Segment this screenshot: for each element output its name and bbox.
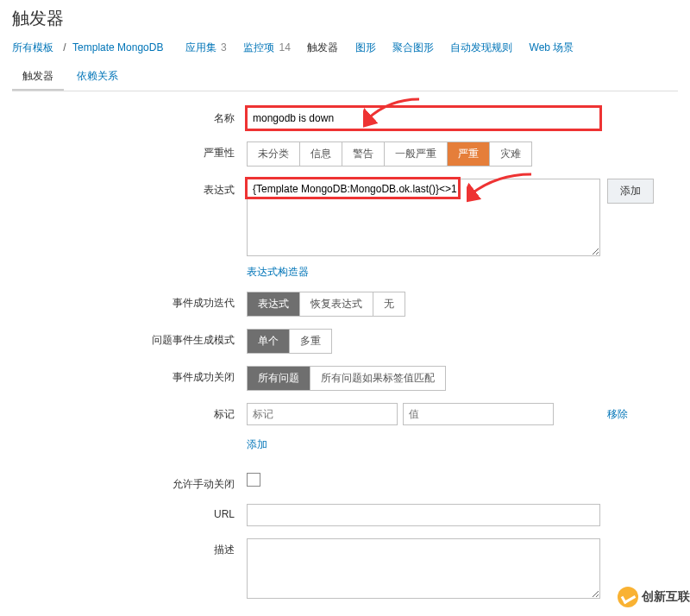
expression-builder-link[interactable]: 表达式构造器 — [247, 266, 309, 278]
severity-average[interactable]: 一般严重 — [385, 142, 448, 166]
tag-remove-link[interactable]: 移除 — [607, 407, 628, 422]
tag-name-input[interactable] — [247, 403, 398, 425]
event-gen-expression[interactable]: 表达式 — [248, 292, 300, 316]
nav-items[interactable]: 监控项 14 — [243, 41, 291, 53]
tag-add-link[interactable]: 添加 — [247, 438, 267, 450]
problem-mode-multiple[interactable]: 多重 — [290, 330, 331, 353]
tab-trigger[interactable]: 触发器 — [12, 64, 64, 91]
label-name: 名称 — [12, 107, 247, 126]
label-description: 描述 — [12, 538, 247, 557]
event-gen-none[interactable]: 无 — [373, 292, 405, 316]
watermark-icon — [618, 587, 638, 607]
breadcrumb: 所有模板 / Template MongoDB 应用集 3 监控项 14 触发器… — [0, 41, 690, 64]
label-event-gen: 事件成功迭代 — [12, 292, 247, 311]
breadcrumb-template[interactable]: Template MongoDB — [72, 41, 163, 53]
label-expression: 表达式 — [12, 179, 247, 198]
nav-discovery[interactable]: 自动发现规则 — [450, 41, 512, 53]
description-textarea[interactable] — [247, 538, 600, 599]
divider — [12, 91, 678, 91]
ok-close-all[interactable]: 所有问题 — [248, 367, 310, 390]
label-severity: 严重性 — [12, 141, 247, 160]
label-ok-close: 事件成功关闭 — [12, 366, 247, 385]
problem-mode-group: 单个 多重 — [247, 329, 332, 354]
severity-high[interactable]: 严重 — [448, 142, 490, 166]
problem-mode-single[interactable]: 单个 — [248, 330, 290, 353]
annotation-arrow — [467, 170, 536, 204]
label-problem-mode: 问题事件生成模式 — [12, 329, 247, 348]
label-manual-close: 允许手动关闭 — [12, 473, 247, 492]
breadcrumb-all-templates[interactable]: 所有模板 — [12, 41, 53, 53]
label-url: URL — [12, 504, 247, 520]
nav-screens[interactable]: 聚合图形 — [392, 41, 434, 53]
ok-close-group: 所有问题 所有问题如果标签值匹配 — [247, 366, 446, 391]
expression-textarea[interactable]: {Template MongoDB:MongoDB.ok.last()}<>1 — [247, 179, 600, 256]
manual-close-checkbox[interactable] — [247, 473, 260, 487]
sub-tabs: 触发器 依赖关系 — [0, 64, 690, 91]
severity-group: 未分类 信息 警告 一般严重 严重 灾难 — [247, 141, 532, 167]
name-input[interactable] — [247, 107, 600, 129]
nav-web[interactable]: Web 场景 — [530, 41, 574, 53]
url-input[interactable] — [247, 504, 600, 526]
expression-add-button[interactable]: 添加 — [607, 179, 654, 204]
page-title: 触发器 — [0, 0, 690, 41]
nav-triggers[interactable]: 触发器 — [307, 41, 338, 53]
severity-disaster[interactable]: 灾难 — [490, 142, 531, 166]
nav-applications[interactable]: 应用集 3 — [185, 41, 227, 53]
tab-dependency[interactable]: 依赖关系 — [66, 64, 129, 89]
tag-value-input[interactable] — [403, 403, 554, 425]
label-tags: 标记 — [12, 403, 247, 422]
event-gen-recovery[interactable]: 恢复表达式 — [300, 292, 373, 316]
nav-graphs[interactable]: 图形 — [355, 41, 376, 53]
trigger-form: 名称 严重性 未分类 信息 警告 一般严重 严重 灾难 表达式 {Temp — [0, 107, 690, 616]
annotation-arrow — [363, 95, 423, 129]
watermark: 创新互联 — [618, 587, 690, 607]
breadcrumb-sep: / — [63, 41, 66, 53]
severity-unclassified[interactable]: 未分类 — [248, 142, 300, 166]
event-gen-group: 表达式 恢复表达式 无 — [247, 292, 405, 317]
ok-close-tag[interactable]: 所有问题如果标签值匹配 — [310, 367, 445, 390]
severity-info[interactable]: 信息 — [300, 142, 342, 166]
severity-warning[interactable]: 警告 — [342, 142, 385, 166]
